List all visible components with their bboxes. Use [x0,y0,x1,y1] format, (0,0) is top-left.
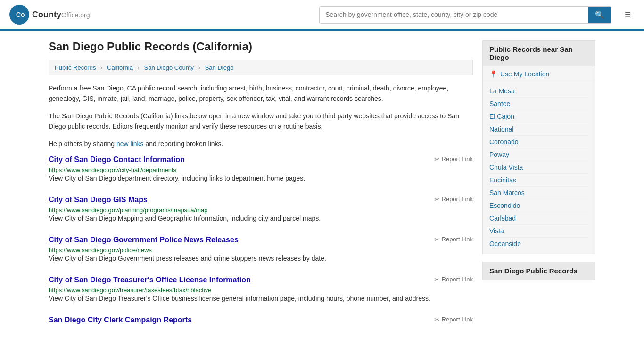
nearby-link-vista[interactable]: Vista [489,225,588,238]
record-url-3[interactable]: https://www.sandiego.gov/police/news [49,247,152,254]
record-item-4: City of San Diego Treasurer's Office Lic… [49,276,473,306]
report-icon-5: ✂ [434,316,440,323]
menu-button[interactable]: ≡ [621,7,635,23]
report-link-5[interactable]: ✂ Report Link [434,316,473,323]
report-link-4[interactable]: ✂ Report Link [434,276,473,283]
record-title-2[interactable]: City of San Diego GIS Maps [49,196,148,204]
nearby-link-santee[interactable]: Santee [489,98,588,110]
page-title: San Diego Public Records (California) [49,40,473,53]
hamburger-icon: ≡ [625,8,631,20]
report-link-3[interactable]: ✂ Report Link [434,236,473,243]
record-header-1: City of San Diego Contact Information ✂ … [49,156,473,164]
search-icon: 🔍 [595,11,604,19]
report-icon-3: ✂ [434,236,440,243]
record-header-5: San Diego City Clerk Campaign Reports ✂ … [49,316,473,324]
nearby-header: Public Records near San Diego [483,41,595,66]
report-label-5: Report Link [442,316,473,323]
report-link-2[interactable]: ✂ Report Link [434,196,473,203]
breadcrumb: Public Records › California › San Diego … [49,60,473,75]
record-title-3[interactable]: City of San Diego Government Police News… [49,236,239,244]
report-label-3: Report Link [442,236,473,243]
breadcrumb-sep-2: › [138,64,140,71]
report-link-1[interactable]: ✂ Report Link [434,156,473,163]
sidebar: Public Records near San Diego 📍 Use My L… [482,40,595,338]
report-label-4: Report Link [442,276,473,283]
description-1: Perform a free San Diego, CA public reco… [49,83,473,104]
report-icon-1: ✂ [434,156,440,163]
record-url-1[interactable]: https://www.sandiego.gov/city-hall/depar… [49,166,176,173]
record-item-5: San Diego City Clerk Campaign Reports ✂ … [49,316,473,329]
new-links-link[interactable]: new links [116,140,144,148]
record-title-5[interactable]: San Diego City Clerk Campaign Reports [49,316,192,324]
record-desc-2: View City of San Diego Mapping and Geogr… [49,214,473,223]
report-icon-4: ✂ [434,276,440,283]
description-2: The San Diego Public Records (California… [49,111,473,132]
record-header-2: City of San Diego GIS Maps ✂ Report Link [49,196,473,204]
breadcrumb-sep-3: › [198,64,200,71]
breadcrumb-link-california[interactable]: California [107,64,133,71]
breadcrumb-link-san-diego-county[interactable]: San Diego County [144,64,194,71]
san-diego-records-header: San Diego Public Records [483,262,595,280]
record-url-2[interactable]: https://www.sandiego.gov/planning/progra… [49,206,207,214]
report-icon-2: ✂ [434,196,440,203]
search-bar: 🔍 [319,6,611,24]
search-input[interactable] [320,7,588,22]
records-list: City of San Diego Contact Information ✂ … [49,156,473,329]
logo-text: CountyOffice.org [32,10,90,20]
use-location-label: Use My Location [500,70,549,78]
report-label-2: Report Link [442,196,473,203]
nearby-link-el-cajon[interactable]: El Cajon [489,110,588,123]
svg-text:Co: Co [16,11,25,18]
record-desc-3: View City of San Diego Government press … [49,254,473,263]
site-header: Co CountyOffice.org 🔍 ≡ [0,0,644,31]
record-url-4[interactable]: https://www.sandiego.gov/treasurer/taxes… [49,287,211,294]
desc3-prefix: Help others by sharing [49,140,116,148]
use-location-link[interactable]: 📍 Use My Location [483,66,595,81]
record-item-2: City of San Diego GIS Maps ✂ Report Link… [49,196,473,226]
nearby-link-encinitas[interactable]: Encinitas [489,174,588,187]
record-title-4[interactable]: City of San Diego Treasurer's Office Lic… [49,276,251,284]
nearby-link-escondido[interactable]: Escondido [489,199,588,212]
logo-link[interactable]: Co CountyOffice.org [9,5,90,25]
record-desc-4: View City of San Diego Treasurer's Offic… [49,294,473,304]
nearby-link-national[interactable]: National [489,123,588,136]
record-item-3: City of San Diego Government Police News… [49,236,473,266]
nearby-link-chula-vista[interactable]: Chula Vista [489,161,588,174]
description-3: Help others by sharing new links and rep… [49,139,473,149]
breadcrumb-link-san-diego[interactable]: San Diego [205,64,234,71]
nearby-link-coronado[interactable]: Coronado [489,136,588,148]
nearby-section: Public Records near San Diego 📍 Use My L… [482,40,595,254]
location-pin-icon: 📍 [489,70,497,78]
report-label-1: Report Link [442,156,473,163]
record-item-1: City of San Diego Contact Information ✂ … [49,156,473,186]
record-title-1[interactable]: City of San Diego Contact Information [49,156,185,164]
breadcrumb-sep-1: › [100,64,102,71]
nearby-links: La Mesa Santee El Cajon National Coronad… [483,81,595,254]
breadcrumb-link-public-records[interactable]: Public Records [55,64,96,71]
nearby-link-san-marcos[interactable]: San Marcos [489,187,588,199]
record-header-3: City of San Diego Government Police News… [49,236,473,244]
logo-icon: Co [9,5,29,25]
content-area: San Diego Public Records (California) Pu… [49,40,473,338]
nearby-link-carlsbad[interactable]: Carlsbad [489,212,588,225]
nearby-link-oceanside[interactable]: Oceanside [489,238,588,250]
search-button[interactable]: 🔍 [588,7,611,23]
record-desc-1: View City of San Diego department direct… [49,173,473,183]
main-container: San Diego Public Records (California) Pu… [39,31,605,348]
desc3-suffix: and reporting broken links. [144,140,223,148]
san-diego-records-section: San Diego Public Records [482,262,595,280]
nearby-link-la-mesa[interactable]: La Mesa [489,85,588,98]
nearby-link-poway[interactable]: Poway [489,148,588,161]
record-header-4: City of San Diego Treasurer's Office Lic… [49,276,473,284]
